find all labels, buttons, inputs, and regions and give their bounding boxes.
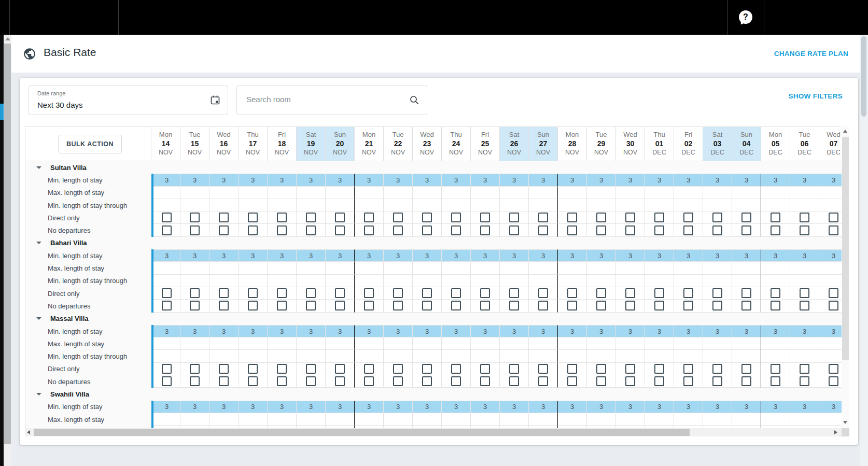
checkbox[interactable] (364, 288, 374, 298)
checkbox[interactable] (625, 288, 635, 298)
checkbox[interactable] (306, 364, 316, 374)
stay-value-cell[interactable] (355, 275, 384, 287)
stay-value-cell[interactable] (645, 199, 674, 211)
checkbox[interactable] (190, 288, 200, 298)
stay-value-cell[interactable] (384, 187, 413, 199)
stay-value-cell[interactable] (674, 187, 703, 199)
min-stay-cell[interactable]: 3 (413, 174, 442, 186)
checkbox[interactable] (538, 376, 548, 386)
min-stay-cell[interactable]: 3 (674, 401, 703, 413)
stay-value-cell[interactable] (790, 187, 819, 199)
checkbox[interactable] (712, 225, 722, 235)
stay-value-cell[interactable] (239, 337, 268, 350)
checkbox[interactable] (248, 225, 258, 235)
checkbox[interactable] (219, 376, 229, 386)
stay-value-cell[interactable] (180, 187, 209, 199)
checkbox[interactable] (654, 301, 664, 310)
checkbox[interactable] (683, 376, 693, 386)
checkbox[interactable] (538, 288, 548, 298)
stay-value-cell[interactable] (500, 187, 529, 199)
collapse-icon[interactable] (36, 393, 41, 396)
checkbox[interactable] (829, 225, 838, 235)
checkbox[interactable] (567, 301, 577, 310)
checkbox[interactable] (277, 301, 287, 310)
checkbox[interactable] (741, 376, 751, 386)
min-stay-cell[interactable]: 3 (674, 174, 703, 186)
min-stay-cell[interactable]: 3 (703, 174, 732, 186)
change-rate-plan-button[interactable]: CHANGE RATE PLAN (774, 50, 848, 58)
checkbox[interactable] (683, 225, 693, 235)
min-stay-cell[interactable]: 3 (209, 401, 239, 413)
stay-value-cell[interactable] (442, 262, 471, 274)
stay-value-cell[interactable] (819, 199, 842, 211)
min-stay-cell[interactable]: 3 (616, 249, 645, 262)
stay-value-cell[interactable] (153, 350, 180, 362)
stay-value-cell[interactable] (819, 262, 842, 274)
checkbox[interactable] (422, 364, 432, 374)
stay-value-cell[interactable] (239, 199, 268, 211)
stay-value-cell[interactable] (529, 337, 558, 350)
checkbox[interactable] (480, 225, 490, 235)
checkbox[interactable] (712, 301, 722, 310)
table-horizontal-scrollbar[interactable] (25, 428, 842, 436)
stay-value-cell[interactable] (268, 350, 297, 362)
checkbox[interactable] (393, 225, 403, 235)
stay-value-cell[interactable] (239, 275, 268, 287)
min-stay-cell[interactable]: 3 (761, 401, 790, 413)
stay-value-cell[interactable] (558, 199, 587, 211)
min-stay-cell[interactable]: 3 (180, 401, 209, 413)
calendar-icon[interactable] (210, 95, 220, 105)
checkbox[interactable] (771, 364, 780, 374)
checkbox[interactable] (451, 213, 461, 222)
min-stay-cell[interactable]: 3 (529, 401, 558, 413)
stay-value-cell[interactable] (355, 413, 384, 426)
checkbox[interactable] (277, 376, 287, 386)
checkbox[interactable] (771, 376, 780, 386)
stay-value-cell[interactable] (674, 199, 703, 211)
min-stay-cell[interactable]: 3 (180, 249, 209, 262)
checkbox[interactable] (480, 213, 490, 222)
checkbox[interactable] (393, 301, 403, 310)
min-stay-cell[interactable]: 3 (674, 325, 703, 337)
stay-value-cell[interactable] (616, 187, 645, 199)
stay-value-cell[interactable] (413, 413, 442, 426)
stay-value-cell[interactable] (209, 199, 239, 211)
min-stay-cell[interactable]: 3 (558, 401, 587, 413)
stay-value-cell[interactable] (413, 337, 442, 350)
checkbox[interactable] (422, 376, 432, 386)
min-stay-cell[interactable]: 3 (674, 249, 703, 262)
checkbox[interactable] (306, 376, 316, 386)
stay-value-cell[interactable] (355, 350, 384, 362)
checkbox[interactable] (162, 213, 172, 222)
min-stay-cell[interactable]: 3 (180, 174, 209, 186)
min-stay-cell[interactable]: 3 (153, 174, 180, 186)
min-stay-cell[interactable]: 3 (209, 249, 239, 262)
checkbox[interactable] (829, 288, 838, 298)
min-stay-cell[interactable]: 3 (326, 401, 355, 413)
min-stay-cell[interactable]: 3 (761, 249, 790, 262)
min-stay-cell[interactable]: 3 (500, 174, 529, 186)
min-stay-cell[interactable]: 3 (732, 174, 761, 186)
stay-value-cell[interactable] (732, 187, 761, 199)
checkbox[interactable] (335, 213, 345, 222)
scroll-left-icon[interactable] (27, 430, 30, 434)
table-hscrollbar-thumb[interactable] (34, 429, 690, 436)
checkbox[interactable] (451, 288, 461, 298)
checkbox[interactable] (538, 301, 548, 310)
stay-value-cell[interactable] (180, 275, 209, 287)
stay-value-cell[interactable] (355, 262, 384, 274)
stay-value-cell[interactable] (616, 199, 645, 211)
collapse-icon[interactable] (36, 166, 41, 169)
stay-value-cell[interactable] (761, 337, 790, 350)
stay-value-cell[interactable] (413, 350, 442, 362)
stay-value-cell[interactable] (587, 199, 616, 211)
stay-value-cell[interactable] (209, 187, 239, 199)
checkbox[interactable] (248, 213, 258, 222)
stay-value-cell[interactable] (529, 199, 558, 211)
stay-value-cell[interactable] (732, 350, 761, 362)
checkbox[interactable] (771, 301, 780, 310)
checkbox[interactable] (162, 376, 172, 386)
stay-value-cell[interactable] (819, 337, 842, 350)
checkbox[interactable] (741, 364, 751, 374)
stay-value-cell[interactable] (500, 275, 529, 287)
